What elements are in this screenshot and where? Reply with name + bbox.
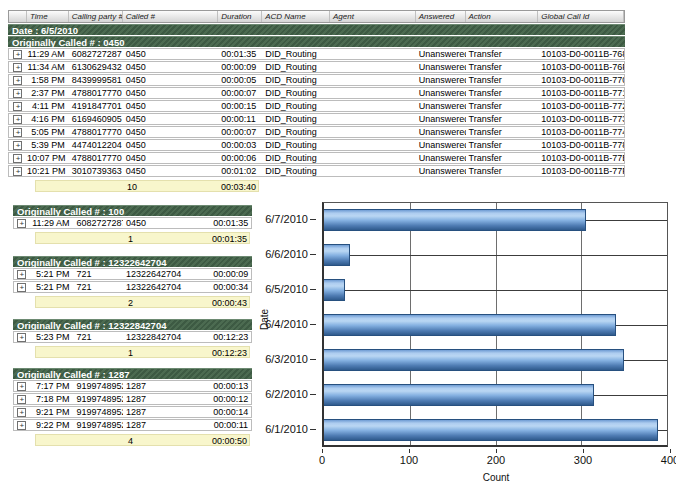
- header-cell: Answered: [416, 11, 466, 22]
- expand-cell: +: [14, 269, 30, 279]
- expand-icon[interactable]: +: [13, 63, 22, 72]
- summary-duration: 00:12:23: [212, 347, 249, 357]
- header-cell: Calling party #: [69, 11, 123, 22]
- table-row: + 4:16 PM 6169460905 0450 00:00:11 DID_R…: [8, 113, 625, 125]
- cell-agent: [330, 101, 416, 111]
- cell-time: 4:16 PM: [27, 114, 69, 124]
- chart-bar: [324, 244, 350, 266]
- cell-called: 0450: [123, 49, 219, 59]
- expand-cell: +: [14, 407, 30, 417]
- cell-agent: [330, 88, 416, 98]
- cell-called: 0450: [123, 114, 219, 124]
- expand-icon[interactable]: +: [17, 382, 26, 391]
- chart-category-gridline: [324, 255, 667, 256]
- expand-icon[interactable]: +: [13, 102, 22, 111]
- cell-calling-party: 6082727287: [74, 218, 124, 228]
- cell-calling-party: 9199748952: [74, 381, 124, 391]
- cell-duration: 00:00:12: [210, 394, 251, 404]
- expand-cell: +: [14, 420, 30, 430]
- cell-acd-name: DID_Routing: [262, 88, 330, 98]
- cell-time: 11:29 AM: [27, 49, 69, 59]
- summary-duration: 00:00:50: [212, 435, 249, 445]
- chart-bar: [324, 209, 586, 231]
- expand-icon[interactable]: +: [13, 141, 22, 150]
- cell-time: 5:39 PM: [27, 140, 69, 150]
- cell-action: Transfer: [466, 153, 539, 163]
- expand-icon[interactable]: +: [13, 89, 22, 98]
- chart-x-tick-label: 100: [400, 454, 418, 466]
- chart-category-label: 6/5/2010: [254, 272, 316, 307]
- expand-icon[interactable]: +: [13, 128, 22, 137]
- cell-answered: Unanswered: [416, 140, 466, 150]
- chart-bar-row: [324, 203, 667, 238]
- cell-global-call-id: 10103-D0-0011B-772: [538, 101, 624, 111]
- called-group-band: Originally Called # : 0450: [8, 36, 625, 47]
- cell-duration: 00:00:09: [210, 269, 251, 279]
- summary-spacer: [36, 297, 124, 307]
- expand-icon[interactable]: +: [17, 270, 26, 279]
- group-table: Originally Called # : 100 + 11:29 AM 608…: [13, 204, 252, 244]
- expand-icon[interactable]: +: [17, 408, 26, 417]
- chart-y-tick: [310, 429, 316, 430]
- chart-y-tick: [310, 359, 316, 360]
- cell-time: 9:22 PM: [30, 420, 74, 430]
- cell-duration: 00:12:23: [210, 332, 251, 342]
- chart-category-label: 6/3/2010: [254, 342, 316, 377]
- cell-agent: [330, 75, 416, 85]
- header-cell: Time: [27, 11, 69, 22]
- chart-category-labels: 6/7/20106/6/20106/5/20106/4/20106/3/2010…: [254, 202, 316, 447]
- cell-time: 11:29 AM: [30, 218, 74, 228]
- cell-called: 12322842704: [123, 332, 210, 342]
- expand-icon[interactable]: +: [13, 154, 22, 163]
- expand-icon[interactable]: +: [13, 167, 22, 176]
- cell-calling-party: 4474012204: [69, 140, 123, 150]
- header-cell: Agent: [330, 11, 416, 22]
- table-row: + 11:29 AM 6082727287 0450 00:01:35: [13, 217, 252, 229]
- cell-calling-party: 8439999581: [69, 75, 123, 85]
- group-table: Originally Called # : 12322642704 + 5:21…: [13, 255, 252, 308]
- group-summary-row: 4 00:00:50: [35, 434, 250, 446]
- table-row: + 9:22 PM 9199748952 1287 00:00:11: [13, 419, 252, 431]
- expand-cell: +: [14, 394, 30, 404]
- cell-action: Transfer: [466, 166, 539, 176]
- cell-duration: 00:00:11: [218, 114, 262, 124]
- chart-x-tick: [583, 449, 584, 453]
- table-row: + 9:21 PM 9199748952 1287 00:00:14: [13, 406, 252, 418]
- cell-duration: 00:00:07: [218, 127, 262, 137]
- cell-duration: 00:00:11: [210, 420, 251, 430]
- cell-called: 1287: [123, 394, 210, 404]
- cell-calling-party: 4788017770: [69, 153, 123, 163]
- chart-bar-row: [324, 343, 667, 378]
- expand-icon[interactable]: +: [17, 395, 26, 404]
- called-group-band: Originally Called # : 12322842704: [13, 319, 252, 330]
- chart-x-tick: [670, 449, 671, 453]
- group-summary-row: 10 00:03:40: [35, 180, 259, 192]
- cell-time: 5:23 PM: [30, 332, 74, 342]
- cell-called: 0450: [123, 75, 219, 85]
- expand-icon[interactable]: +: [13, 50, 22, 59]
- cell-time: 2:37 PM: [27, 88, 69, 98]
- expand-icon[interactable]: +: [13, 76, 22, 85]
- cell-time: 5:21 PM: [30, 282, 74, 292]
- cell-agent: [330, 127, 416, 137]
- group-table: Originally Called # : 1287 + 7:17 PM 919…: [13, 367, 252, 446]
- expand-icon[interactable]: +: [13, 115, 22, 124]
- table-row: + 11:34 AM 6130629432 0450 00:00:09 DID_…: [8, 61, 625, 73]
- cell-global-call-id: 10103-D0-0011B-771: [538, 88, 624, 98]
- cell-agent: [330, 114, 416, 124]
- summary-duration: 00:03:40: [219, 181, 258, 191]
- cell-called: 1287: [123, 407, 210, 417]
- expand-cell: +: [9, 49, 27, 59]
- chart-x-tick-label: 400: [661, 454, 676, 466]
- chart-x-tick-label: 200: [487, 454, 505, 466]
- expand-icon[interactable]: +: [17, 283, 26, 292]
- expand-icon[interactable]: +: [17, 333, 26, 342]
- expand-icon[interactable]: +: [17, 219, 26, 228]
- chart-y-tick: [310, 289, 316, 290]
- chart-bar: [324, 279, 345, 301]
- expand-cell: +: [9, 62, 27, 72]
- cell-global-call-id: 10103-D0-0011B-768: [538, 49, 624, 59]
- cell-answered: Unanswered: [416, 114, 466, 124]
- expand-cell: +: [9, 114, 27, 124]
- expand-icon[interactable]: +: [17, 421, 26, 430]
